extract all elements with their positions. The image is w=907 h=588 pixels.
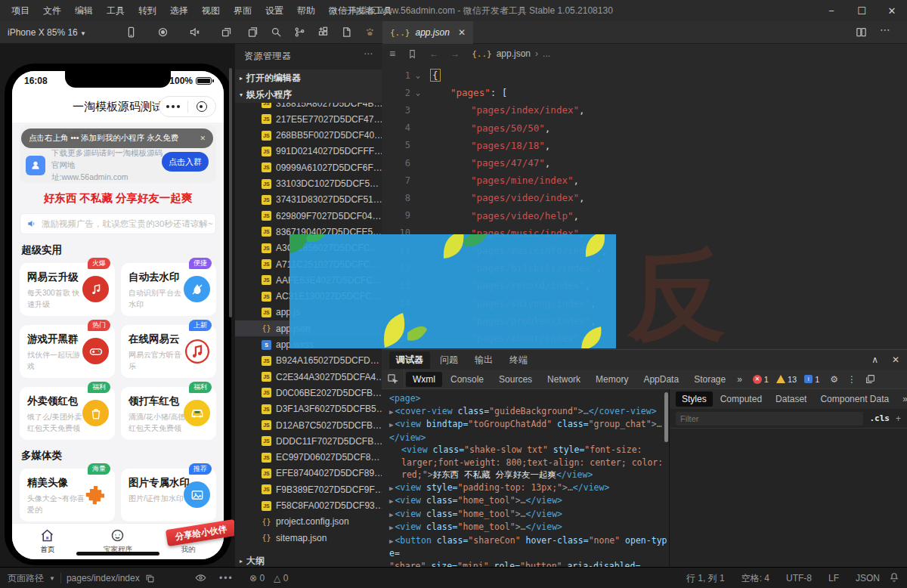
back-arrow-icon[interactable]: ← xyxy=(429,48,438,59)
wxml-node[interactable]: ▶<view class="home_tool">…</view> xyxy=(386,521,667,534)
menu-item-7[interactable]: 界面 xyxy=(227,0,258,21)
tabbar-item-首页[interactable]: 首页 xyxy=(12,524,82,559)
wxml-node[interactable]: ▶<view bindtap="toGroupChatAdd" class="g… xyxy=(386,418,667,432)
status-item-1[interactable]: 空格: 4 xyxy=(741,572,769,585)
styles-tab-dataset[interactable]: Dataset xyxy=(769,391,813,407)
multi-window-icon[interactable] xyxy=(221,26,233,39)
page-path-label[interactable]: 页面路径 xyxy=(8,572,44,585)
eye-icon[interactable] xyxy=(195,572,206,583)
menu-item-8[interactable]: 设置 xyxy=(258,0,290,21)
popout-icon[interactable] xyxy=(865,374,875,384)
kebab-menu-icon[interactable]: ⋮ xyxy=(847,374,856,385)
tabs-overflow-icon[interactable]: » xyxy=(896,391,907,407)
problems-summary[interactable]: ⊗ 0 △ 0 xyxy=(249,568,288,588)
file-row-D0C06BE2027D5DCFB[interactable]: JSD0C06BE2027D5DCFB… xyxy=(235,385,382,401)
status-item-3[interactable]: LF xyxy=(828,573,839,583)
list-icon[interactable]: ≡ xyxy=(389,48,395,60)
section-miniprogram[interactable]: ▾娱乐小程序 xyxy=(235,86,382,103)
tool-card-外卖领红包[interactable]: 福利外卖领红包饿了么/美团外卖 红包天天免费领 xyxy=(20,387,115,440)
code-line-3[interactable]: 3"pages/index/index", xyxy=(382,101,907,119)
wxml-node[interactable]: <view class="shake-slow txt" style="font… xyxy=(386,444,667,456)
file-row-B924A165027D5DCFD[interactable]: JSB924A165027D5DCFD… xyxy=(235,353,382,369)
wxml-node[interactable]: ▶<view class="home_tool">…</view> xyxy=(386,494,667,508)
more-icon[interactable]: ⋯ xyxy=(880,23,892,36)
file-row-37431D83027D5DCF51[interactable]: JS37431D83027D5DCF51… xyxy=(235,192,382,208)
phone-icon[interactable] xyxy=(125,26,138,39)
devtools-tab-memory[interactable]: Memory xyxy=(589,372,635,387)
code-line-1[interactable]: 1⌄{ xyxy=(382,67,907,84)
file-row-217E5E77027D5DCF47[interactable]: JS217E5E77027D5DCF47… xyxy=(235,111,382,127)
toast-close-icon[interactable]: ✕ xyxy=(200,135,206,142)
add-style-icon[interactable]: + xyxy=(896,413,901,424)
record-icon[interactable] xyxy=(157,26,169,39)
cls-toggle[interactable]: .cls xyxy=(869,413,890,423)
fold-chevron-icon[interactable]: ⌄ xyxy=(410,71,426,79)
tool-card-网易云升级[interactable]: 火爆网易云升级每天300首歌 快速升级 xyxy=(20,263,115,316)
menu-item-4[interactable]: 转到 xyxy=(132,0,163,21)
simulator-scrollbar[interactable] xyxy=(229,68,232,317)
tool-card-在线网易云[interactable]: 上新在线网易云网易云官方听音乐 xyxy=(121,325,216,378)
status-item-4[interactable]: JSON xyxy=(856,573,880,583)
maximize-button[interactable]: ☐ xyxy=(847,0,877,21)
code-line-2[interactable]: 2⌄"pages": [ xyxy=(382,84,907,101)
more-icon[interactable]: ••• xyxy=(219,568,234,588)
tabs-overflow-icon[interactable]: » xyxy=(737,374,742,385)
section-open-editors[interactable]: ▸打开的编辑器 xyxy=(235,70,382,86)
file-row-F9B389E7027D5DCF9F[interactable]: JSF9B389E7027D5DCF9F… xyxy=(235,481,382,497)
split-editor-icon[interactable] xyxy=(856,26,868,39)
file-row-project.config.json[interactable]: {}project.config.json xyxy=(235,514,382,530)
wxml-node[interactable]: red;">好东西 不私藏 分享好友一起爽</view> xyxy=(386,469,667,481)
code-line-7[interactable]: 7"pages/mine/index", xyxy=(382,172,907,189)
file-row-DDDC11F7027D5DCFB[interactable]: JSDDDC11F7027D5DCFB… xyxy=(235,433,382,449)
capsule-menu[interactable] xyxy=(159,96,216,117)
paw-icon[interactable] xyxy=(364,26,376,39)
file-row-268BB5F0027D5DCF40[interactable]: JS268BB5F0027D5DCF40… xyxy=(235,128,382,144)
tool-card-精美头像[interactable]: 海量精美头像头像大全~有你喜爱的 xyxy=(20,469,115,521)
more-dots-icon[interactable] xyxy=(159,105,187,108)
tool-card-领打车红包[interactable]: 福利领打车红包滴滴/花小猪/高德 红包天天免费领 xyxy=(121,387,216,440)
code-line-5[interactable]: 5"pages/18/18", xyxy=(382,137,907,154)
devtools-tab-storage[interactable]: Storage xyxy=(687,372,732,387)
menu-item-6[interactable]: 视图 xyxy=(195,0,227,21)
menu-item-1[interactable]: 文件 xyxy=(36,0,68,21)
devtools-tab-console[interactable]: Console xyxy=(444,372,491,387)
devtools-tab-wxml[interactable]: Wxml xyxy=(406,372,442,387)
file-row-33103DC1027D5DCF5[interactable]: JS33103DC1027D5DCF5… xyxy=(235,176,382,192)
style-filter-input[interactable] xyxy=(676,412,863,426)
file-row-EFE87404027D5DCF89[interactable]: JSEFE87404027D5DCF89… xyxy=(235,466,382,481)
status-item-0[interactable]: 行 1, 列 1 xyxy=(686,572,725,585)
menu-item-2[interactable]: 编辑 xyxy=(68,0,100,21)
panel-tab-终端[interactable]: 终端 xyxy=(503,351,534,369)
wxml-node[interactable]: ▶<view style="padding-top: 13px;">…</vie… xyxy=(386,481,667,495)
explorer-more-icon[interactable]: ⋯ xyxy=(364,48,373,59)
styles-tab-styles[interactable]: Styles xyxy=(676,391,713,407)
code-line-8[interactable]: 8"pages/video/index", xyxy=(382,189,907,206)
search-icon[interactable] xyxy=(271,26,283,39)
wxml-node[interactable]: ▶<view class="home_tool">…</view> xyxy=(386,508,667,521)
menu-item-3[interactable]: 工具 xyxy=(100,0,132,21)
close-tab-icon[interactable]: ✕ xyxy=(458,27,466,38)
copy-path-icon[interactable] xyxy=(145,574,155,583)
close-panel-icon[interactable]: ✕ xyxy=(892,354,899,365)
source-control-icon[interactable] xyxy=(294,26,306,39)
outline-section[interactable]: ▸大纲 xyxy=(235,555,382,567)
device-selector[interactable]: iPhone X 85% 16 ▼ xyxy=(8,21,86,45)
files-icon[interactable] xyxy=(247,26,259,39)
file-row-F58C8FA0027D5DCF93[interactable]: JSF58C8FA0027D5DCF93… xyxy=(235,498,382,514)
file-row-sitemap.json[interactable]: {}sitemap.json xyxy=(235,530,382,546)
code-line-9[interactable]: 9"pages/video/help", xyxy=(382,207,907,224)
file-row-EC997D06027D5DCF8[interactable]: JSEC997D06027D5DCF8… xyxy=(235,450,382,466)
status-item-2[interactable]: UTF-8 xyxy=(786,573,812,583)
tool-card-图片专属水印[interactable]: 推荐图片专属水印图片/证件加水印 xyxy=(121,469,216,521)
mute-icon[interactable] xyxy=(189,26,201,39)
wxml-node[interactable]: larger;font-weight: 800;text-align: cent… xyxy=(386,456,667,469)
panel-tab-问题[interactable]: 问题 xyxy=(433,351,465,369)
devtools-tab-sources[interactable]: Sources xyxy=(492,372,539,387)
inspect-element-icon[interactable] xyxy=(382,370,404,388)
page-path-value[interactable]: pages/index/index xyxy=(67,573,140,583)
minimize-button[interactable]: − xyxy=(816,0,847,21)
panel-tab-输出[interactable]: 输出 xyxy=(468,351,500,369)
exit-target-icon[interactable] xyxy=(188,101,216,112)
wxml-tree[interactable]: <page>▶<cover-view class="guideBackgroun… xyxy=(382,389,669,568)
panel-tab-调试器[interactable]: 调试器 xyxy=(389,351,430,369)
